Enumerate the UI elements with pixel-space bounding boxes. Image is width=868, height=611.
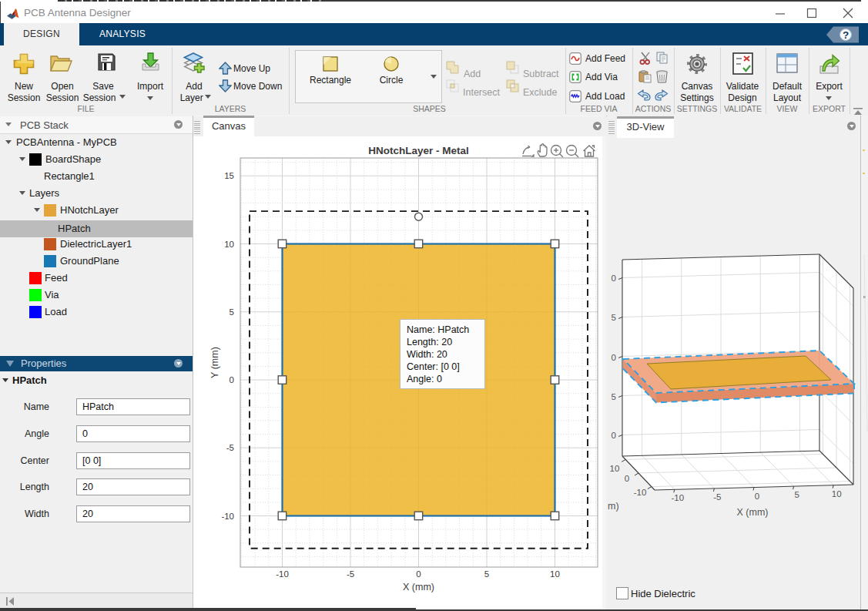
- svg-text:0: 0: [612, 353, 616, 362]
- svg-text:5: 5: [230, 307, 234, 317]
- svg-text:10: 10: [832, 489, 842, 499]
- svg-text:HNotchLayer - Metal: HNotchLayer - Metal: [368, 145, 469, 156]
- svg-text:m): m): [608, 501, 619, 512]
- svg-text:-10: -10: [221, 512, 234, 521]
- svg-text:0: 0: [755, 492, 759, 501]
- svg-text:5: 5: [484, 569, 489, 579]
- svg-text:?: ?: [843, 29, 849, 41]
- svg-text:10: 10: [224, 240, 234, 249]
- svg-text:-5: -5: [713, 492, 721, 502]
- svg-text:5: 5: [794, 490, 799, 499]
- svg-text:0: 0: [230, 375, 234, 384]
- svg-text:-10: -10: [276, 569, 289, 579]
- svg-text:5: 5: [612, 392, 616, 401]
- svg-text:Width: 20: Width: 20: [407, 349, 447, 360]
- svg-text:Name: HPatch: Name: HPatch: [407, 324, 469, 335]
- svg-text:-5: -5: [347, 569, 354, 579]
- svg-text:15: 15: [224, 171, 234, 180]
- svg-text:Length: 20: Length: 20: [407, 337, 452, 347]
- svg-text:Y (mm): Y (mm): [209, 347, 220, 378]
- svg-text:-10: -10: [634, 488, 647, 497]
- svg-text:-5: -5: [226, 443, 234, 452]
- svg-text:X (mm): X (mm): [737, 507, 769, 518]
- svg-text:-10: -10: [671, 493, 684, 502]
- svg-text:10: 10: [610, 464, 620, 473]
- svg-text:0: 0: [416, 569, 421, 579]
- svg-text:Angle: 0: Angle: 0: [407, 374, 442, 384]
- svg-text:5: 5: [612, 313, 616, 322]
- svg-text:0: 0: [612, 431, 616, 440]
- svg-text:Center: [0 0]: Center: [0 0]: [407, 361, 460, 372]
- svg-text:0: 0: [625, 474, 629, 483]
- svg-text:0: 0: [612, 274, 616, 283]
- svg-text:X (mm): X (mm): [403, 582, 434, 593]
- svg-text:10: 10: [550, 569, 560, 579]
